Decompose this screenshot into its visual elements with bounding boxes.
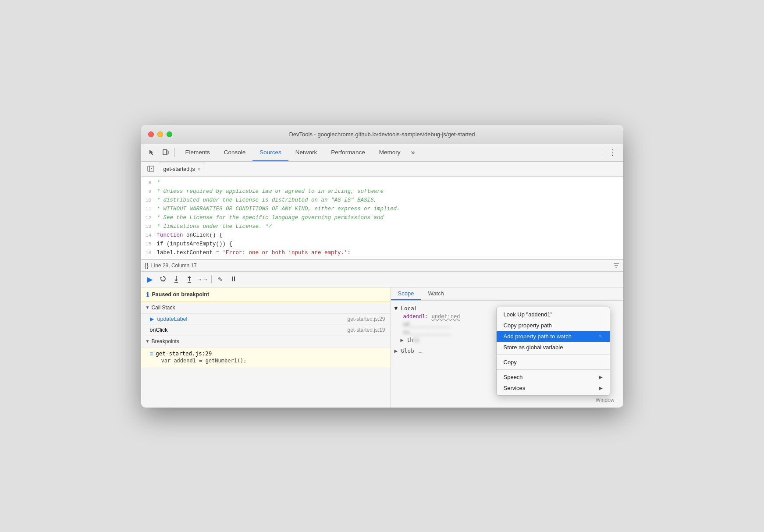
cursor-position: Line 29, Column 17: [151, 262, 197, 269]
breakpoint-file: get-started.js:29: [156, 350, 212, 357]
status-bar-right: [613, 262, 620, 269]
scope-prop-name: addend1: [403, 313, 426, 319]
menu-item-store-global-label: Store as global variable: [504, 344, 563, 351]
file-tab-name: get-started.js: [163, 166, 195, 172]
device-icon[interactable]: [159, 145, 173, 160]
menu-item-services[interactable]: Services ▶: [497, 383, 610, 394]
svg-rect-5: [614, 263, 619, 264]
menu-divider-2: [497, 369, 610, 370]
scope-watch-tabs: Scope Watch: [391, 287, 623, 301]
menu-item-lookup[interactable]: Look Up "addend1": [497, 309, 610, 320]
global-scope-value: …: [419, 348, 423, 354]
deactivate-breakpoints[interactable]: ✎: [215, 274, 226, 284]
menu-item-store-global[interactable]: Store as global variable: [497, 342, 610, 353]
services-arrow: ▶: [599, 386, 603, 390]
menu-item-lookup-label: Look Up "addend1": [504, 311, 553, 318]
menu-item-services-label: Services: [504, 385, 526, 391]
menu-item-add-watch[interactable]: Add property path to watch ↖: [497, 331, 610, 342]
tab-sources[interactable]: Sources: [252, 144, 288, 161]
step-into-button[interactable]: [171, 274, 181, 284]
step-button[interactable]: →→: [197, 274, 208, 284]
maximize-button[interactable]: [167, 131, 172, 137]
context-menu: Look Up "addend1" Copy property path Add…: [496, 307, 610, 396]
toolbar-sep-right: [603, 148, 603, 157]
inspect-icon[interactable]: [145, 145, 159, 160]
call-stack-label: Call Stack: [151, 305, 175, 311]
breakpoints-header[interactable]: ▼ Breakpoints: [141, 336, 391, 348]
tab-memory[interactable]: Memory: [372, 144, 408, 161]
svg-marker-4: [151, 168, 152, 170]
cursor-indicator: ↖: [599, 333, 603, 339]
breakpoint-label: ☑ get-started.js:29: [150, 350, 385, 357]
breakpoints-label: Breakpoints: [151, 338, 179, 344]
svg-marker-8: [160, 277, 162, 279]
main-toolbar: Elements Console Sources Network Perform…: [141, 144, 623, 162]
breakpoint-checkbox[interactable]: ☑: [150, 350, 153, 357]
call-stack-item-onclick[interactable]: onClick get-started.js:19: [141, 325, 391, 336]
step-over-button[interactable]: [158, 274, 168, 284]
svg-marker-14: [188, 276, 191, 278]
window-title: DevTools - googlechrome.github.io/devtoo…: [289, 131, 475, 138]
code-line-11: 11 * WITHOUT WARRANTIES OR CONDITIONS OF…: [141, 205, 623, 213]
more-options-button[interactable]: ⋮: [605, 148, 620, 157]
call-stack-header[interactable]: ▼ Call Stack: [141, 302, 391, 314]
more-tabs-button[interactable]: »: [407, 144, 418, 161]
window-label: Window: [596, 397, 615, 403]
code-line-16: 16 label.textContent = 'Error: one or bo…: [141, 248, 623, 257]
menu-item-copy-path-label: Copy property path: [504, 322, 552, 329]
menu-item-speech-label: Speech: [504, 374, 523, 380]
call-stack-file-1: get-started.js:19: [347, 327, 385, 333]
breakpoint-item[interactable]: ☑ get-started.js:29 var addend1 = getNum…: [141, 348, 391, 367]
svg-rect-7: [615, 267, 617, 268]
active-frame-arrow: ▶: [150, 316, 154, 322]
watch-tab[interactable]: Watch: [421, 287, 451, 300]
call-stack-file-0: get-started.js:29: [347, 316, 385, 322]
pause-on-exceptions[interactable]: ⏸: [228, 274, 239, 284]
menu-item-copy[interactable]: Copy: [497, 357, 610, 368]
code-line-13: 13 * limitations under the License. */: [141, 222, 623, 231]
code-editor[interactable]: 8 * 9 * Unless required by applicable la…: [141, 177, 623, 259]
code-line-14: 14 function onClick() {: [141, 231, 623, 240]
paused-text: Paused on breakpoint: [152, 291, 210, 298]
minimize-button[interactable]: [157, 131, 163, 137]
menu-item-copy-path[interactable]: Copy property path: [497, 320, 610, 331]
file-tab-close[interactable]: ×: [198, 167, 200, 172]
local-label: ▼ Local: [394, 305, 418, 312]
menu-divider-1: [497, 355, 610, 355]
left-panel: ℹ Paused on breakpoint ▼ Call Stack ▶ up…: [141, 272, 391, 408]
speech-arrow: ▶: [599, 375, 603, 379]
right-panel: Scope Watch ▼ Local addend1: undefined a…: [391, 272, 623, 408]
paused-banner: ℹ Paused on breakpoint: [141, 287, 391, 302]
code-line-9: 9 * Unless required by applicable law or…: [141, 187, 623, 196]
sidebar-toggle-icon[interactable]: [145, 163, 157, 175]
global-scope-label: ▶ Glob: [394, 348, 414, 354]
file-tab-get-started[interactable]: get-started.js ×: [159, 163, 206, 175]
info-icon: ℹ: [146, 291, 149, 298]
code-line-8: 8 *: [141, 178, 623, 187]
debug-toolbar: ▶ →→ ✎ ⏸: [141, 272, 623, 287]
menu-item-copy-label: Copy: [504, 359, 517, 365]
breakpoints-triangle: ▼: [146, 339, 150, 344]
tab-console[interactable]: Console: [217, 144, 253, 161]
svg-rect-6: [615, 265, 618, 266]
debug-separator: [211, 275, 212, 283]
menu-item-speech[interactable]: Speech ▶: [497, 372, 610, 383]
devtools-window: DevTools - googlechrome.github.io/devtoo…: [141, 125, 623, 408]
call-stack-item-updatelabel[interactable]: ▶ updateLabel get-started.js:29: [141, 314, 391, 325]
code-line-10: 10 * distributed under the License is di…: [141, 196, 623, 205]
resume-button[interactable]: ▶: [145, 274, 155, 284]
scope-tab[interactable]: Scope: [391, 287, 421, 300]
tab-elements[interactable]: Elements: [178, 144, 217, 161]
tab-network[interactable]: Network: [288, 144, 324, 161]
format-icon[interactable]: {}: [145, 262, 149, 269]
code-line-15: 15 if (inputsAreEmpty()) {: [141, 240, 623, 248]
tab-performance[interactable]: Performance: [324, 144, 372, 161]
close-button[interactable]: [148, 131, 154, 137]
breakpoint-code: var addend1 = getNumber1();: [150, 357, 385, 365]
traffic-lights: [148, 131, 172, 137]
filter-icon[interactable]: [613, 262, 620, 269]
toolbar-right: ⋮: [603, 148, 620, 157]
call-stack-name-0: updateLabel: [157, 316, 188, 322]
svg-rect-1: [167, 151, 168, 154]
step-out-button[interactable]: [184, 274, 195, 284]
